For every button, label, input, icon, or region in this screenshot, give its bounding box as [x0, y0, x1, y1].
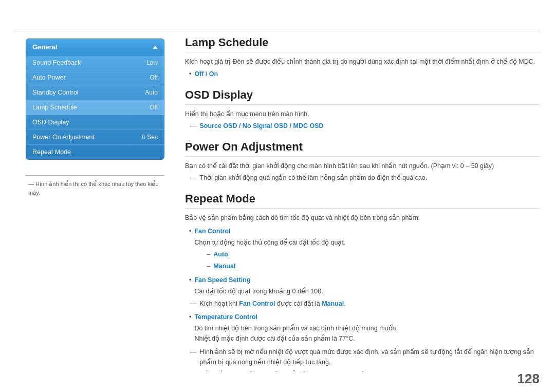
- repeat-note-1-text: Hình ảnh sẽ bị mờ nếu nhiệt độ vượt quá …: [200, 347, 540, 367]
- repeat-note-2-text: Tốt nhất là nên sử dụng sản phẩm ở nhiệt…: [200, 369, 517, 371]
- osd-display-desc: Hiển thị hoặc ẩn mục menu trên màn hình.: [185, 109, 540, 119]
- fan-speed-bullet: • Fan Speed Setting Cài đặt tốc độ quạt …: [185, 275, 540, 296]
- manual-inline: Manual: [322, 300, 344, 307]
- repeat-mode-body: Bảo vệ sản phẩm bằng cách dò tìm tốc độ …: [185, 213, 540, 371]
- bullet-icon: •: [189, 69, 191, 79]
- power-on-body: Bạn có thể cài đặt thời gian khởi động c…: [185, 161, 540, 183]
- sidebar-item-value: Off: [150, 104, 158, 111]
- fan-speed-label: Fan Speed Setting: [194, 276, 250, 284]
- power-on-note: — Thời gian khởi động quá ngắn có thể là…: [185, 173, 540, 183]
- fan-control-label: Fan Control: [194, 228, 230, 235]
- bullet-icon: •: [189, 312, 191, 322]
- sidebar-item-standby-control[interactable]: Standby Control Auto: [26, 85, 164, 100]
- sidebar-item-value: Off: [150, 74, 158, 81]
- repeat-mode-desc: Bảo vệ sản phẩm bằng cách dò tìm tốc độ …: [185, 213, 540, 223]
- temperature-desc1: Dò tìm nhiệt độ bên trong sản phẩm và xá…: [194, 323, 398, 333]
- dash-icon: –: [207, 249, 210, 259]
- power-on-desc: Bạn có thể cài đặt thời gian khởi động c…: [185, 161, 540, 171]
- fan-manual-label: Manual: [213, 261, 235, 271]
- fan-auto-label: Auto: [213, 249, 228, 259]
- power-on-title: Power On Adjustment: [185, 140, 540, 157]
- sidebar-item-lamp-schedule[interactable]: Lamp Schedule Off: [26, 100, 164, 115]
- sidebar-header: General: [26, 39, 164, 55]
- dash-icon: —: [190, 369, 197, 371]
- fan-control-inline: Fan Control: [239, 300, 275, 307]
- fan-note: — Kích hoạt khi Fan Control được cài đặt…: [185, 298, 540, 309]
- page-number: 128: [517, 371, 540, 387]
- section-repeat-mode: Repeat Mode Bảo vệ sản phẩm bằng cách dò…: [185, 192, 540, 371]
- sidebar-item-value: Low: [146, 59, 158, 66]
- sidebar-item-label: Power On Adjustment: [32, 134, 95, 141]
- sidebar-title: General: [32, 43, 57, 51]
- sidebar-item-osd-display[interactable]: OSD Display: [26, 115, 164, 130]
- top-divider: [15, 31, 540, 31]
- sidebar-item-value: 0 Sec: [142, 134, 158, 141]
- osd-display-dash: — Source OSD / No Signal OSD / MDC OSD: [185, 121, 540, 131]
- main-content: Lamp Schedule Kích hoạt giá trị Đèn sẽ đ…: [185, 36, 540, 371]
- fan-control-bullet: • Fan Control Chọn tự động hoặc thủ công…: [185, 226, 540, 273]
- fan-auto-option: – Auto: [194, 249, 345, 259]
- sidebar-item-label: OSD Display: [32, 119, 69, 126]
- osd-display-body: Hiển thị hoặc ẩn mục menu trên màn hình.…: [185, 109, 540, 131]
- fan-note-text: Kích hoạt khi Fan Control được cài đặt l…: [200, 298, 346, 309]
- sidebar-item-label: Repeat Mode: [32, 148, 71, 156]
- dash-icon: –: [207, 261, 210, 271]
- lamp-schedule-desc: Kích hoạt giá trị Đèn sẽ được điều chỉnh…: [185, 57, 540, 67]
- bullet-icon: •: [189, 226, 191, 236]
- dash-icon: —: [190, 298, 197, 309]
- temperature-block: Temperature Control Dò tìm nhiệt độ bên …: [194, 312, 398, 344]
- repeat-note-1: — Hình ảnh sẽ bị mờ nếu nhiệt độ vượt qu…: [185, 347, 540, 367]
- sidebar-item-repeat-mode[interactable]: Repeat Mode: [26, 145, 164, 159]
- section-power-on-adjustment: Power On Adjustment Bạn có thể cài đặt t…: [185, 140, 540, 183]
- repeat-note-2: — Tốt nhất là nên sử dụng sản phẩm ở nhi…: [185, 369, 540, 371]
- dash-icon: —: [190, 173, 197, 183]
- sidebar-menu: General Sound Feedback Low Auto Power Of…: [26, 39, 164, 160]
- fan-speed-block: Fan Speed Setting Cài đặt tốc độ quạt tr…: [194, 275, 323, 296]
- repeat-mode-title: Repeat Mode: [185, 192, 540, 209]
- temperature-desc2: Nhiệt độ mặc định được cài đặt của sản p…: [194, 333, 398, 344]
- osd-display-title: OSD Display: [185, 88, 540, 105]
- fan-control-desc: Chọn tự động hoặc thủ công để cài đặt tố…: [194, 237, 345, 248]
- sidebar-item-auto-power[interactable]: Auto Power Off: [26, 70, 164, 85]
- fan-control-block: Fan Control Chọn tự động hoặc thủ công đ…: [194, 226, 345, 273]
- sidebar-item-power-on-adjustment[interactable]: Power On Adjustment 0 Sec: [26, 130, 164, 145]
- temperature-control-bullet: • Temperature Control Dò tìm nhiệt độ bê…: [185, 312, 540, 344]
- sidebar-item-label: Lamp Schedule: [32, 104, 77, 111]
- dash-icon: —: [190, 347, 197, 357]
- fan-manual-option: – Manual: [194, 261, 345, 271]
- sidebar-item-label: Standby Control: [32, 89, 79, 96]
- sidebar-item-label: Auto Power: [32, 74, 66, 81]
- temperature-label: Temperature Control: [194, 313, 257, 321]
- sidebar-note: — Hình ảnh hiển thị có thể khác nhau tùy…: [26, 175, 164, 197]
- lamp-schedule-body: Kích hoạt giá trị Đèn sẽ được điều chỉnh…: [185, 57, 540, 79]
- bullet-icon: •: [189, 275, 191, 285]
- sidebar-item-label: Sound Feedback: [32, 59, 81, 66]
- osd-display-options: Source OSD / No Signal OSD / MDC OSD: [200, 121, 324, 131]
- sidebar-panel: General Sound Feedback Low Auto Power Of…: [26, 39, 164, 197]
- sidebar-item-value: Auto: [145, 89, 158, 96]
- lamp-schedule-title: Lamp Schedule: [185, 36, 540, 52]
- section-osd-display: OSD Display Hiển thị hoặc ẩn mục menu tr…: [185, 88, 540, 131]
- dash-icon: —: [190, 121, 197, 131]
- lamp-schedule-option: Off / On: [194, 69, 218, 79]
- sidebar-item-sound-feedback[interactable]: Sound Feedback Low: [26, 55, 164, 70]
- fan-speed-desc: Cài đặt tốc độ quạt trong khoảng 0 đến 1…: [194, 286, 323, 296]
- power-on-note-text: Thời gian khởi động quá ngắn có thể làm …: [200, 173, 428, 183]
- collapse-icon[interactable]: [153, 46, 158, 49]
- section-lamp-schedule: Lamp Schedule Kích hoạt giá trị Đèn sẽ đ…: [185, 36, 540, 79]
- lamp-schedule-bullet: • Off / On: [185, 69, 540, 79]
